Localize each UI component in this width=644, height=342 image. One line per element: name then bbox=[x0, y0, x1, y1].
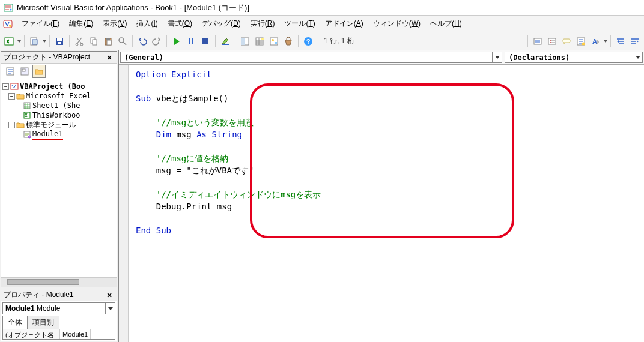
collapse-icon[interactable]: − bbox=[2, 83, 9, 90]
reset-button[interactable] bbox=[199, 35, 212, 48]
worksheet-icon bbox=[23, 101, 31, 110]
menu-file[interactable]: ファイル(F) bbox=[17, 16, 64, 31]
find-button[interactable] bbox=[116, 35, 129, 48]
help-button[interactable]: ? bbox=[302, 35, 315, 48]
undo-button[interactable] bbox=[136, 35, 149, 48]
view-object-button[interactable] bbox=[18, 65, 31, 78]
collapse-icon[interactable]: − bbox=[8, 93, 15, 100]
list-constants-button[interactable] bbox=[545, 35, 559, 48]
cursor-position-label: 1 行, 1 桁 bbox=[324, 36, 354, 46]
svg-rect-28 bbox=[275, 42, 277, 44]
svg-rect-43 bbox=[24, 103, 30, 109]
indent-button[interactable] bbox=[614, 35, 627, 48]
menu-edit[interactable]: 編集(E) bbox=[64, 16, 98, 31]
svg-rect-21 bbox=[222, 44, 229, 45]
copy-button[interactable] bbox=[87, 35, 100, 48]
svg-point-34 bbox=[550, 42, 551, 43]
tree-sheet1[interactable]: Sheet1 (She bbox=[2, 101, 115, 110]
left-column: プロジェクト - VBAProject × − VBAProject (Boo … bbox=[0, 50, 118, 342]
quick-info-button[interactable] bbox=[560, 35, 573, 48]
project-panel-close-icon[interactable]: × bbox=[105, 53, 114, 62]
outdent-button[interactable] bbox=[628, 35, 642, 48]
complete-word-dropdown[interactable] bbox=[603, 35, 607, 48]
design-mode-button[interactable] bbox=[219, 35, 232, 48]
project-hscrollbar[interactable] bbox=[1, 277, 117, 287]
object-combo[interactable]: (General) bbox=[120, 52, 502, 63]
tree-excel-group[interactable]: − Microsoft Excel bbox=[2, 91, 115, 101]
tree-module1[interactable]: Module1 bbox=[2, 130, 115, 139]
object-browser-button[interactable] bbox=[267, 35, 281, 48]
view-code-button[interactable] bbox=[4, 65, 17, 78]
svg-point-1 bbox=[10, 8, 12, 10]
folder-icon bbox=[16, 92, 25, 100]
code-pane: (General) (Declarations) Option Explicit… bbox=[118, 50, 644, 342]
svg-rect-41 bbox=[22, 69, 25, 71]
menu-run[interactable]: 実行(R) bbox=[246, 16, 280, 31]
menu-tools[interactable]: ツール(T) bbox=[279, 16, 320, 31]
tree-thisworkbook[interactable]: ThisWorkboo bbox=[2, 110, 115, 120]
svg-rect-4 bbox=[5, 38, 13, 45]
properties-tab-all[interactable]: 全体 bbox=[2, 316, 28, 329]
project-tree[interactable]: − VBAProject (Boo − Microsoft Excel Shee… bbox=[1, 79, 117, 277]
redo-button[interactable] bbox=[150, 35, 163, 48]
vba-icon bbox=[2, 19, 13, 29]
svg-text:?: ? bbox=[306, 38, 311, 45]
svg-rect-35 bbox=[563, 39, 570, 43]
view-excel-button[interactable] bbox=[2, 35, 16, 48]
window-title: Microsoft Visual Basic for Applications … bbox=[17, 2, 249, 13]
break-button[interactable] bbox=[184, 35, 198, 48]
procedure-combo[interactable]: (Declarations) bbox=[505, 52, 643, 63]
project-toolbar bbox=[1, 64, 117, 79]
vbaproject-icon bbox=[10, 82, 19, 91]
run-button[interactable] bbox=[170, 35, 183, 48]
menu-addin[interactable]: アドイン(A) bbox=[320, 16, 368, 31]
paste-button[interactable] bbox=[102, 35, 115, 48]
folder-icon bbox=[16, 121, 25, 128]
menu-bar: ファイル(F) 編集(E) 表示(V) 挿入(I) 書式(O) デバッグ(D) … bbox=[0, 16, 644, 32]
tree-root[interactable]: − VBAProject (Boo bbox=[2, 82, 115, 91]
properties-window-button[interactable] bbox=[253, 35, 266, 48]
chevron-down-icon[interactable] bbox=[492, 52, 502, 62]
property-name-cell: (オブジェクト名 bbox=[3, 329, 60, 339]
svg-rect-42 bbox=[11, 83, 18, 89]
properties-object-combo[interactable]: Module1 Module bbox=[2, 302, 115, 314]
code-gutter bbox=[119, 65, 129, 342]
chevron-down-icon[interactable] bbox=[105, 303, 115, 314]
svg-rect-18 bbox=[189, 38, 190, 44]
properties-panel-close-icon[interactable]: × bbox=[105, 290, 114, 300]
code-editor[interactable]: Option Explicit Sub vbeとはSample() '//msg… bbox=[119, 65, 644, 342]
code-header: (General) (Declarations) bbox=[119, 50, 644, 65]
toggle-folders-button[interactable] bbox=[32, 65, 46, 78]
properties-grid[interactable]: (オブジェクト名 Module1 bbox=[2, 329, 115, 340]
svg-rect-13 bbox=[93, 40, 97, 45]
code-text[interactable]: Option Explicit Sub vbeとはSample() '//msg… bbox=[119, 65, 644, 240]
main-toolbar: ? 1 行, 1 桁 A bbox=[0, 32, 644, 50]
menu-help[interactable]: ヘルプ(H) bbox=[425, 16, 467, 31]
menu-insert[interactable]: 挿入(I) bbox=[132, 16, 162, 31]
app-icon bbox=[4, 3, 13, 13]
svg-rect-15 bbox=[106, 38, 110, 40]
svg-point-27 bbox=[272, 39, 274, 41]
list-properties-button[interactable] bbox=[531, 35, 544, 48]
property-value-cell[interactable]: Module1 bbox=[60, 329, 91, 339]
insert-dropdown[interactable] bbox=[42, 35, 46, 48]
cut-button[interactable] bbox=[73, 35, 86, 48]
complete-word-button[interactable]: A bbox=[589, 35, 602, 48]
menu-window[interactable]: ウィンドウ(W) bbox=[368, 16, 425, 31]
toolbox-button[interactable] bbox=[282, 35, 295, 48]
collapse-icon[interactable]: − bbox=[8, 122, 15, 128]
insert-module-button[interactable] bbox=[28, 35, 41, 48]
menu-view[interactable]: 表示(V) bbox=[98, 16, 132, 31]
project-explorer-button[interactable] bbox=[238, 35, 252, 48]
menu-debug[interactable]: デバッグ(D) bbox=[197, 16, 246, 31]
parameter-info-button[interactable] bbox=[574, 35, 588, 48]
properties-tab-byitem[interactable]: 項目別 bbox=[27, 316, 59, 329]
save-button[interactable] bbox=[53, 35, 66, 48]
menu-format[interactable]: 書式(O) bbox=[163, 16, 197, 31]
svg-rect-19 bbox=[192, 38, 193, 44]
chevron-down-icon[interactable] bbox=[633, 52, 642, 62]
svg-rect-20 bbox=[202, 38, 208, 44]
module-icon bbox=[23, 130, 31, 139]
view-excel-dropdown[interactable] bbox=[17, 35, 21, 48]
main-area: プロジェクト - VBAProject × − VBAProject (Boo … bbox=[0, 50, 644, 342]
